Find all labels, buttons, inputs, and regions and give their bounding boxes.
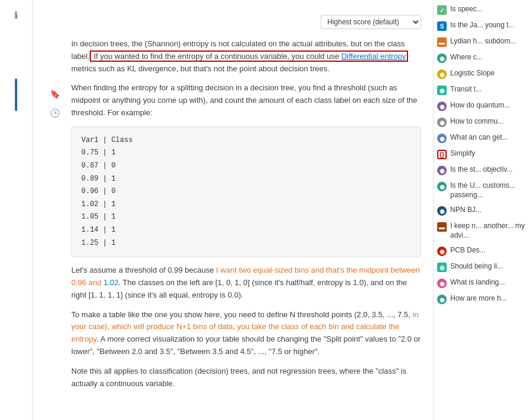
pcb-des-icon: ◉ [437,247,447,256]
sidebar-item-what-is-landing[interactable]: ◉What is landing... [437,278,527,288]
paragraph-5: Note this all applies to classification … [71,365,421,390]
sidebar-item-logistic-slope[interactable]: ◉Logistic Slope [437,69,527,79]
sidebar-item-i-keep-n[interactable]: ▬I keep n... another... my advi... [437,222,527,240]
logistic-slope-text: Logistic Slope [450,69,495,78]
paragraph-1: In decision trees, the (Shannon) entropy… [71,38,421,75]
simplify-icon: {} [437,150,447,159]
history-button[interactable]: 🕒 [49,107,61,119]
highlighted-sentence: If you wanted to find the entropy of a c… [90,50,407,62]
sidebar-item-lydian[interactable]: ▬Lydian h... subdom... [437,37,527,47]
sort-select[interactable]: Highest score (default) [321,15,421,29]
how-do-quantum-text: How do quantum... [450,101,510,110]
paragraph-4: To make a table like the one you show he… [71,309,421,358]
pcb-des-text: PCB Des... [450,246,485,255]
is-u-customs-text: Is the U... customs... passeng... [450,181,527,200]
i-keep-n-text: I keep n... another... my advi... [450,222,527,240]
is-u-customs-icon: ◉ [437,182,447,191]
sidebar-item-pcb-des[interactable]: ◉PCB Des... [437,246,527,256]
where-c-text: Where c... [450,53,483,62]
upvote-button[interactable] [47,43,64,59]
code-line-6: 1.05 | 1 [81,211,411,224]
what-is-landing-text: What is landing... [450,278,505,288]
is-speech-icon: ✓ [437,5,447,15]
is-ja-icon: S [437,21,447,31]
npn-bj-text: NPN BJ... [450,206,482,215]
sort-by-section: Highest score (default) [317,15,421,29]
answer-body: 🔖 🕒 In decision trees, the (Shannon) ent… [45,38,421,397]
should-being-li-icon: ◉ [437,263,447,272]
transit-t-icon: ◉ [437,86,447,95]
sidebar-item-what-an-can-get[interactable]: ◉What an can get... [437,133,527,143]
transit-t-text: Transit t... [450,85,482,94]
answer-content: In decision trees, the (Shannon) entropy… [71,38,421,397]
vertical-bar [15,78,17,111]
logistic-slope-icon: ◉ [437,70,447,79]
paragraph3-orange: I want two equal-sized bins and that's t… [71,266,420,287]
sidebar-item-is-speech[interactable]: ✓Is speec... [437,5,527,15]
code-block: Var1 | Class 0.75 | 1 0.87 | 0 0.89 | 1 … [71,127,421,257]
i-keep-n-icon: ▬ [437,222,447,232]
code-line-header: Var1 | Class [81,134,411,147]
what-an-can-get-text: What an can get... [450,133,508,143]
sidebar-item-is-st-objectiv[interactable]: ◉Is the st... objectiv... [437,165,527,175]
how-to-commu-icon: ◉ [437,118,447,127]
how-do-quantum-icon: ◉ [437,102,447,111]
code-line-3: 0.89 | 1 [81,173,411,186]
sidebar-item-is-ja[interactable]: SIs the Ja... young t... [437,21,527,31]
lydian-icon: ▬ [437,37,447,47]
is-st-objectiv-icon: ◉ [437,166,447,175]
sidebar-item-how-do-quantum[interactable]: ◉How do quantum... [437,101,527,111]
how-to-commu-text: How to commu... [450,117,504,127]
code-line-8: 1.25 | 1 [81,237,411,250]
sidebar-item-npn-bj[interactable]: ◉NPN BJ... [437,206,527,216]
code-line-5: 1.02 | 1 [81,198,411,211]
what-an-can-get-icon: ◉ [437,134,447,143]
vote-section: 🔖 🕒 [45,38,65,397]
paragraph4-orange: in your case), which will produce N+1 bi… [71,310,419,344]
sidebar-item-where-c[interactable]: ◉Where c... [437,53,527,63]
paragraph-3: Let's assume a threshold of 0.99 because… [71,264,421,301]
sidebar-item-simplify[interactable]: {}Simplify [437,149,527,159]
answer-header: Highest score (default) [45,15,421,29]
where-c-icon: ◉ [437,53,447,63]
sidebar-item-is-u-customs[interactable]: ◉Is the U... customs... passeng... [437,181,527,200]
code-line-1: 0.75 | 1 [81,147,411,160]
main-content: Highest score (default) 🔖 🕒 In decision … [33,0,433,420]
differential-entropy-link[interactable]: Differential entropy [342,52,406,61]
npn-bj-icon: ◉ [437,206,447,216]
bookmark-button[interactable]: 🔖 [49,88,61,100]
code-line-7: 1.14 | 1 [81,224,411,237]
sidebar-item-how-to-commu[interactable]: ◉How to commu... [437,117,527,127]
how-are-more-icon: ◉ [437,295,447,304]
how-are-more-text: How are more h... [450,294,507,304]
sidebar-item-transit-t[interactable]: ◉Transit t... [437,85,527,95]
sidebar-item-how-are-more[interactable]: ◉How are more h... [437,294,527,304]
code-line-2: 0.87 | 0 [81,160,411,173]
simplify-text: Simplify [450,149,475,159]
lydian-text: Lydian h... subdom... [450,37,516,46]
should-being-li-text: Should being li... [450,262,503,271]
what-is-landing-icon: ◉ [437,279,447,288]
is-ja-text: Is the Ja... young t... [450,21,514,30]
sidebar-item-should-being-li[interactable]: ◉Should being li... [437,262,527,272]
downvote-button[interactable] [47,64,64,81]
paragraph1-after: metrics such as KL divergence, but that'… [71,64,330,73]
paragraph-2: When finding the entropy for a splitting… [71,82,421,119]
code-line-4: 0.96 | 0 [81,185,411,198]
paragraph3-blue: 1.02 [103,278,118,287]
is-speech-text: Is speec... [450,5,483,14]
right-sidebar: ✓Is speec...SIs the Ja... young t...▬Lyd… [433,0,531,420]
left-sidebar: ℹ [0,0,33,420]
info-icon[interactable]: ℹ [7,6,25,24]
is-st-objectiv-text: Is the st... objectiv... [450,165,513,175]
